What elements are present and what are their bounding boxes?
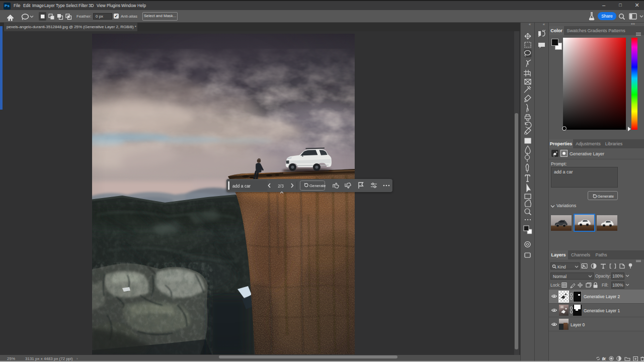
svg-text:Generate: Generate xyxy=(598,194,614,199)
svg-text:2/3: 2/3 xyxy=(278,184,284,189)
svg-text:add a car: add a car xyxy=(232,184,251,189)
svg-text:fx: fx xyxy=(602,356,606,361)
svg-text:Kind: Kind xyxy=(557,264,566,269)
svg-text:Generate: Generate xyxy=(309,184,326,188)
svg-text:«: « xyxy=(529,23,531,26)
svg-text:«: « xyxy=(543,23,545,26)
